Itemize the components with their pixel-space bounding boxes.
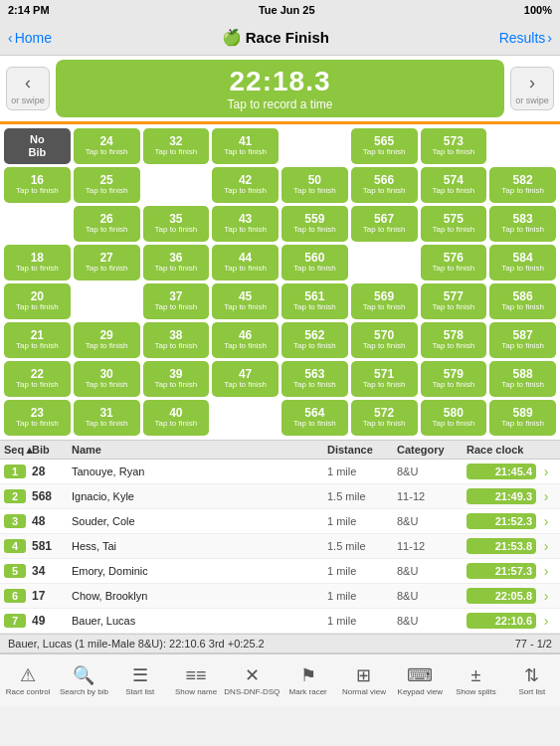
header-clock: Race clock xyxy=(467,444,536,456)
timer-display[interactable]: 22:18.3 Tap to record a time xyxy=(56,60,504,117)
bib-button-22[interactable]: 22Tap to finish xyxy=(4,361,71,397)
bib-button-582[interactable]: 582Tap to finish xyxy=(489,167,556,203)
bib-button-47[interactable]: 47Tap to finish xyxy=(212,361,279,397)
seq-badge: 7 xyxy=(4,614,26,628)
bib-button-589[interactable]: 589Tap to finish xyxy=(489,400,556,436)
bib-button-566[interactable]: 566Tap to finish xyxy=(351,167,418,203)
bib-grid-container: No Bib24Tap to finish32Tap to finish41Ta… xyxy=(0,124,560,440)
bib-button-36[interactable]: 36Tap to finish xyxy=(143,245,210,280)
bib-button-573[interactable]: 573Tap to finish xyxy=(421,128,487,164)
bib-button-40[interactable]: 40Tap to finish xyxy=(143,400,210,436)
bib-button-50[interactable]: 50Tap to finish xyxy=(281,167,348,203)
row-distance: 1 mile xyxy=(327,515,397,527)
bib-tap-label: Tap to finish xyxy=(501,381,544,390)
bib-button-567[interactable]: 567Tap to finish xyxy=(351,206,418,242)
bib-button-575[interactable]: 575Tap to finish xyxy=(421,206,487,242)
bib-button-44[interactable]: 44Tap to finish xyxy=(212,245,279,280)
toolbar-item-dns-dnf-dsq[interactable]: ✕DNS-DNF-DSQ xyxy=(224,664,280,697)
bib-button-580[interactable]: 580Tap to finish xyxy=(421,400,487,436)
bib-button-588[interactable]: 588Tap to finish xyxy=(489,361,556,397)
bib-button-559[interactable]: 559Tap to finish xyxy=(281,206,348,242)
toolbar-item-start-list[interactable]: ☰Start list xyxy=(112,664,168,697)
bib-tap-label: Tap to finish xyxy=(293,381,336,390)
bib-button-23[interactable]: 23Tap to finish xyxy=(4,400,71,436)
bib-button-584[interactable]: 584Tap to finish xyxy=(489,245,556,280)
status-date: Tue Jun 25 xyxy=(259,4,315,16)
prev-button[interactable]: ‹ or swipe xyxy=(6,67,50,110)
row-detail-arrow[interactable]: › xyxy=(536,488,556,504)
toolbar-item-keypad-view[interactable]: ⌨Keypad view xyxy=(392,664,448,697)
bib-button-18[interactable]: 18Tap to finish xyxy=(4,245,71,280)
row-detail-arrow[interactable]: › xyxy=(536,513,556,529)
bib-button-569[interactable]: 569Tap to finish xyxy=(351,283,418,319)
bib-button-586[interactable]: 586Tap to finish xyxy=(489,283,556,319)
bib-button-570[interactable]: 570Tap to finish xyxy=(351,322,418,358)
row-detail-arrow[interactable]: › xyxy=(536,538,556,554)
bib-button-24[interactable]: 24Tap to finish xyxy=(74,128,140,164)
toolbar-item-race-control[interactable]: ⚠Race control xyxy=(0,664,56,697)
bib-tap-label: Tap to finish xyxy=(363,342,406,351)
toolbar-item-sort-list[interactable]: ⇅Sort list xyxy=(504,664,560,697)
bib-button-25[interactable]: 25Tap to finish xyxy=(74,167,140,203)
empty-cell xyxy=(489,128,556,164)
bib-button-561[interactable]: 561Tap to finish xyxy=(281,283,348,319)
row-bib: 34 xyxy=(32,564,72,578)
bib-button-583[interactable]: 583Tap to finish xyxy=(489,206,556,242)
row-detail-arrow[interactable]: › xyxy=(536,613,556,629)
row-detail-arrow[interactable]: › xyxy=(536,588,556,604)
bib-button-31[interactable]: 31Tap to finish xyxy=(74,400,140,436)
bib-button-29[interactable]: 29Tap to finish xyxy=(74,322,140,358)
bib-button-564[interactable]: 564Tap to finish xyxy=(281,400,348,436)
bib-button-579[interactable]: 579Tap to finish xyxy=(421,361,487,397)
bib-button-38[interactable]: 38Tap to finish xyxy=(143,322,210,358)
bib-button-30[interactable]: 30Tap to finish xyxy=(74,361,140,397)
bib-button-42[interactable]: 42Tap to finish xyxy=(212,167,279,203)
bib-button-565[interactable]: 565Tap to finish xyxy=(351,128,418,164)
bib-button-587[interactable]: 587Tap to finish xyxy=(489,322,556,358)
bib-button-39[interactable]: 39Tap to finish xyxy=(143,361,210,397)
bib-tap-label: Tap to finish xyxy=(155,381,198,390)
bib-button-578[interactable]: 578Tap to finish xyxy=(421,322,487,358)
bib-tap-label: Tap to finish xyxy=(155,342,198,351)
bib-button-27[interactable]: 27Tap to finish xyxy=(74,245,140,280)
next-button[interactable]: › or swipe xyxy=(510,67,554,110)
toolbar-item-search-by-bib[interactable]: 🔍Search by bib xyxy=(56,664,111,697)
bib-button-37[interactable]: 37Tap to finish xyxy=(143,283,210,319)
bib-button-26[interactable]: 26Tap to finish xyxy=(74,206,140,242)
row-detail-arrow[interactable]: › xyxy=(536,464,556,479)
toolbar-item-show-name[interactable]: ≡≡Show name xyxy=(168,665,224,697)
bib-button-45[interactable]: 45Tap to finish xyxy=(212,283,279,319)
bib-tap-label: Tap to finish xyxy=(363,381,406,390)
seq-badge: 6 xyxy=(4,589,26,603)
bib-button-572[interactable]: 572Tap to finish xyxy=(351,400,418,436)
bib-button-571[interactable]: 571Tap to finish xyxy=(351,361,418,397)
back-button[interactable]: ‹ Home xyxy=(8,30,52,46)
empty-cell xyxy=(281,128,348,164)
toolbar-item-mark-racer[interactable]: ⚑Mark racer xyxy=(280,664,335,697)
bib-button-46[interactable]: 46Tap to finish xyxy=(212,322,279,358)
bib-button-560[interactable]: 560Tap to finish xyxy=(281,245,348,280)
row-detail-arrow[interactable]: › xyxy=(536,563,556,579)
row-distance: 1 mile xyxy=(327,565,397,577)
toolbar-item-show-splits[interactable]: ±Show splits xyxy=(448,665,503,697)
bib-button-32[interactable]: 32Tap to finish xyxy=(143,128,210,164)
results-button[interactable]: Results › xyxy=(499,30,552,46)
empty-cell xyxy=(143,167,210,203)
bib-button-20[interactable]: 20Tap to finish xyxy=(4,283,71,319)
bib-button-563[interactable]: 563Tap to finish xyxy=(281,361,348,397)
row-name: Souder, Cole xyxy=(72,515,327,527)
no-bib-button[interactable]: No Bib xyxy=(4,128,71,164)
toolbar-item-normal-view[interactable]: ⊞Normal view xyxy=(336,664,392,697)
bib-button-16[interactable]: 16Tap to finish xyxy=(4,167,71,203)
bib-button-574[interactable]: 574Tap to finish xyxy=(421,167,487,203)
bib-button-43[interactable]: 43Tap to finish xyxy=(212,206,279,242)
bib-button-576[interactable]: 576Tap to finish xyxy=(421,245,487,280)
bib-button-41[interactable]: 41Tap to finish xyxy=(212,128,279,164)
keypad-view-icon: ⌨ xyxy=(407,664,433,686)
bib-button-562[interactable]: 562Tap to finish xyxy=(281,322,348,358)
bib-button-21[interactable]: 21Tap to finish xyxy=(4,322,71,358)
bib-tap-label: Tap to finish xyxy=(293,226,336,235)
bib-button-577[interactable]: 577Tap to finish xyxy=(421,283,487,319)
bib-button-35[interactable]: 35Tap to finish xyxy=(143,206,210,242)
bib-tap-label: Tap to finish xyxy=(16,420,59,429)
